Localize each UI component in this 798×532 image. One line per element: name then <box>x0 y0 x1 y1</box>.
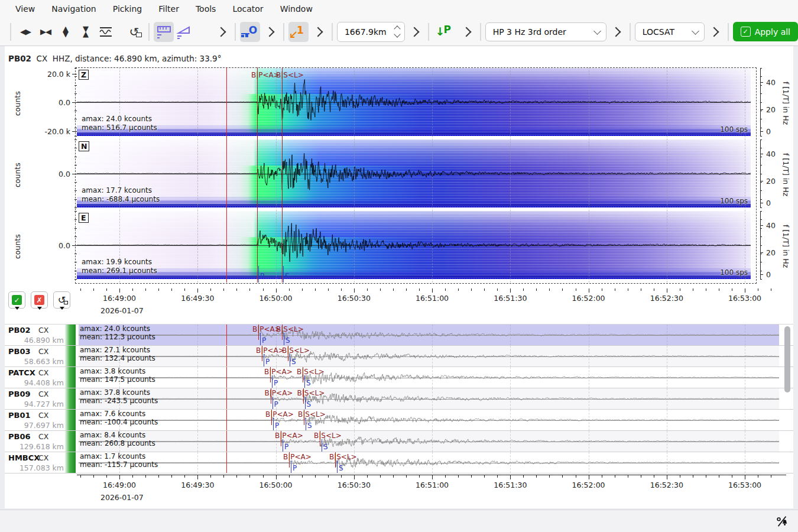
menu-item-filter[interactable]: Filter <box>150 0 187 18</box>
menu-item-navigation[interactable]: Navigation <box>43 0 105 18</box>
station-row-hmbcx[interactable]: HMBCXCX157.083 kmamax: 1.7 kcountsmean: … <box>5 452 793 473</box>
axis-tick-label: 16:49:00 <box>103 294 136 303</box>
station-row-pb01[interactable]: PB01CX97.697 kmamax: 7.6 kcountsmean: -1… <box>5 410 793 431</box>
restore-button[interactable]: ↺ <box>53 291 70 309</box>
spinner-arrows-icon[interactable] <box>395 27 400 37</box>
axis-tick-label: 16:51:30 <box>494 294 527 303</box>
station-waveform-area[interactable]: amax: 27.1 kcountsmean: 132.4 µcountsB|P… <box>79 346 779 366</box>
toolbar-extension-icon[interactable] <box>313 27 323 37</box>
p-auto-label: P <box>265 358 270 366</box>
pick-mode-button[interactable]: 1 <box>288 22 309 42</box>
phase-p-button[interactable]: P ↓ <box>433 22 457 42</box>
toolbar-extension-icon[interactable] <box>264 27 274 37</box>
dropdown-arrow-icon[interactable] <box>37 307 42 310</box>
y-tick <box>74 236 77 237</box>
axis-minor-tick <box>210 475 211 478</box>
trace-z[interactable]: Zamax: 24.0 kcountsmean: 516.7 µcounts10… <box>77 68 751 136</box>
station-row-pb03[interactable]: PB03CX58.663 kmamax: 27.1 kcountsmean: 1… <box>5 346 793 367</box>
expand-vertical-button[interactable]: ▲▼ <box>56 22 76 42</box>
p-pick-label: B|P<A> <box>265 410 294 419</box>
squeeze-horizontal-button[interactable]: ▶◀ <box>35 22 56 42</box>
station-waveform-area[interactable]: amax: 37.8 kcountsmean: -243.5 µcountsB|… <box>79 388 779 409</box>
p-pick-line-auto <box>273 397 273 409</box>
station-row-pb09[interactable]: PB09CX94.727 kmamax: 37.8 kcountsmean: -… <box>5 388 793 410</box>
freq-axis-label: f [1/T] in Hz <box>781 219 790 273</box>
accept-button[interactable]: ✓ <box>8 291 25 309</box>
trace-n[interactable]: Namax: 17.7 kcountsmean: -688.4 µcounts1… <box>77 140 751 207</box>
station-waveform <box>79 431 779 452</box>
menu-item-picking[interactable]: Picking <box>105 0 150 18</box>
toolbar-extension-icon[interactable] <box>216 27 226 37</box>
expand-horizontal-button[interactable]: ◀▶ <box>15 22 35 42</box>
station-row-patcx[interactable]: PATCXCX94.408 kmamax: 3.8 kcountsmean: 1… <box>5 367 793 388</box>
station-quality-bar <box>65 452 76 473</box>
axis-minor-tick <box>158 288 159 291</box>
freq-minor-tick <box>760 182 762 183</box>
filter-select[interactable]: HP 3 Hz 3rd order <box>485 22 606 41</box>
freq-minor-tick <box>760 174 762 174</box>
apply-all-button[interactable]: ✓ Apply all <box>733 22 798 41</box>
station-waveform-area[interactable]: amax: 3.8 kcountsmean: 147.5 µcountsB|P<… <box>79 367 779 388</box>
menu-item-view[interactable]: View <box>7 0 43 18</box>
y-tick <box>74 254 77 254</box>
freq-tick <box>760 274 763 275</box>
menu-item-locator[interactable]: Locator <box>224 0 271 18</box>
s-pick-line-auto <box>290 354 290 366</box>
axis-minor-tick <box>654 288 654 291</box>
ruler-tool-button[interactable] <box>154 22 174 42</box>
axis-tick-label: 16:53:00 <box>728 294 761 303</box>
axis-tick-label: 16:52:00 <box>572 294 605 303</box>
axis-major-tick <box>667 288 667 293</box>
locator-select[interactable]: LOCSAT <box>635 22 705 41</box>
station-waveform <box>79 346 779 366</box>
squeeze-vertical-button[interactable]: ▼▲ <box>76 22 96 42</box>
trace-panel[interactable]: Zamax: 24.0 kcountsmean: 516.7 µcounts10… <box>5 46 793 288</box>
axis-minor-tick <box>419 475 420 478</box>
station-waveform-area[interactable]: amax: 1.7 kcountsmean: -115.7 µcountsB|P… <box>79 452 779 473</box>
dropdown-arrow-icon[interactable] <box>15 307 20 310</box>
toolbar-extension-icon[interactable] <box>461 27 471 37</box>
row-mean: mean: 260.8 µcounts <box>80 439 155 447</box>
sample-rate-label: 100 sps <box>720 268 748 277</box>
station-waveform <box>79 367 779 388</box>
amplitude-scale-button[interactable] <box>96 22 116 42</box>
scrollbar-thumb[interactable] <box>784 326 790 392</box>
axis-tick-label: 16:49:30 <box>181 294 214 303</box>
station-network: CX <box>38 411 48 420</box>
phase-p-down-icon: P ↓ <box>441 27 448 37</box>
offset-mode-button[interactable]: O <box>240 22 260 42</box>
freq-minor-tick <box>760 262 762 262</box>
y-tick <box>74 93 77 94</box>
station-waveform-area[interactable]: amax: 7.6 kcountsmean: -100.4 µcountsB|P… <box>79 410 779 430</box>
toolbar-extension-icon[interactable] <box>611 27 621 37</box>
toolbar-extension-icon[interactable] <box>409 27 419 37</box>
axis-minor-tick <box>732 288 732 291</box>
axis-major-tick <box>589 475 589 479</box>
bell-slash-icon[interactable] <box>776 515 789 528</box>
reset-view-button[interactable]: ↺ <box>124 22 144 42</box>
menu-item-tools[interactable]: Tools <box>187 0 225 18</box>
station-waveform-area[interactable]: amax: 24.0 kcountsmean: 112.3 µcountsB|P… <box>79 325 779 345</box>
restore-box <box>64 301 68 304</box>
distance-value: 1667.9km <box>345 27 387 37</box>
station-row-pb06[interactable]: PB06CX129.618 kmamax: 8.4 kcountsmean: 2… <box>5 431 793 452</box>
row-mean: mean: -100.4 µcounts <box>80 418 158 426</box>
trace-e[interactable]: Eamax: 19.9 kcountsmean: 269.1 µcounts10… <box>77 211 751 279</box>
reject-button[interactable]: ✗ <box>31 291 48 309</box>
station-name: PB06 <box>8 432 31 441</box>
vertical-scrollbar[interactable] <box>784 325 791 472</box>
axis-minor-tick <box>380 475 381 478</box>
protractor-tool-button[interactable] <box>174 22 194 42</box>
axis-minor-tick <box>602 475 602 478</box>
distance-spinner[interactable]: 1667.9km <box>337 22 405 42</box>
station-waveform-area[interactable]: amax: 8.4 kcountsmean: 260.8 µcountsB|P<… <box>79 431 779 452</box>
toolbar-extension-icon[interactable] <box>709 27 719 37</box>
dropdown-arrow-icon[interactable] <box>60 307 64 310</box>
station-row-pb02[interactable]: PB02CX46.890 kmamax: 24.0 kcountsmean: 1… <box>5 325 793 346</box>
axis-minor-tick <box>145 475 146 478</box>
menu-item-window[interactable]: Window <box>272 0 321 18</box>
axis-minor-tick <box>641 288 641 291</box>
freq-minor-tick <box>760 228 762 229</box>
y-axis-z: 20.0 k0.0-20.0 k <box>28 68 77 136</box>
station-network: CX <box>38 432 48 441</box>
